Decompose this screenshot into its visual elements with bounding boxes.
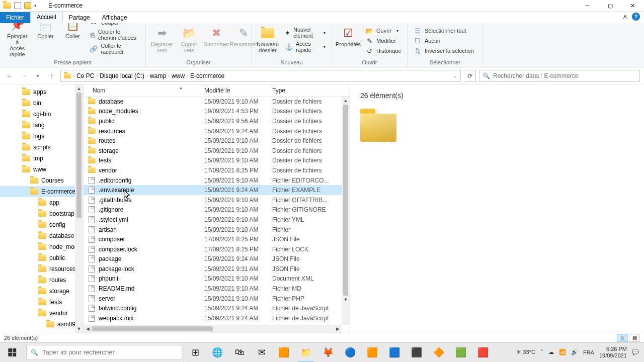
tab-share[interactable]: Partage (63, 12, 96, 23)
select-all-button[interactable]: ☰Sélectionner tout (412, 26, 476, 35)
collapse-ribbon-icon[interactable]: ᐱ (623, 14, 627, 20)
tree-scrollbar[interactable]: ▲ ▼ (75, 84, 83, 333)
list-hscrollbar[interactable]: ◀ ▶ (84, 325, 342, 333)
tree-item[interactable]: bootstrap (0, 208, 83, 219)
invert-selection-button[interactable]: ⇅Inverser la sélection (412, 46, 476, 55)
qat-dropdown-icon[interactable]: ▾ (34, 4, 36, 8)
taskbar-search-input[interactable] (42, 348, 178, 356)
taskbar-sublime[interactable]: 🟧 (361, 342, 383, 363)
crumb-4[interactable]: E-commerce (190, 72, 224, 79)
new-folder-button[interactable]: Nouveau dossier (256, 25, 280, 54)
file-row[interactable]: composer.lock17/09/2021 8:25 PMFichier L… (84, 244, 350, 254)
file-row[interactable]: package-lock15/09/2021 9:31 AMJSON File (84, 264, 350, 274)
column-type[interactable]: Type (272, 87, 333, 94)
pin-quickaccess-button[interactable]: 📌 Épingler à Accès rapide (4, 17, 30, 58)
taskbar-word[interactable]: 🟦 (383, 342, 406, 363)
tree-item[interactable]: www (0, 164, 83, 175)
properties-button[interactable]: ☑Propriétés (336, 25, 360, 48)
file-row[interactable]: database15/09/2021 9:10 AMDossier de fic… (84, 97, 350, 107)
file-row[interactable]: node_modules19/09/2021 4:53 PMDossier de… (84, 107, 350, 117)
tree-item[interactable]: routes (0, 275, 83, 286)
scroll-right-icon[interactable]: ▶ (334, 325, 342, 333)
taskbar-search[interactable]: 🔍 (26, 345, 182, 360)
tray-language[interactable]: FRA (583, 349, 594, 355)
tray-clock[interactable]: 6:26 PM 19/09/2021 (599, 346, 627, 358)
taskbar-app1[interactable]: 🔶 (428, 342, 450, 363)
nav-up-button[interactable]: ↑ (46, 70, 57, 81)
list-vscrollbar[interactable]: ▲ ▼ (342, 97, 350, 325)
refresh-button[interactable]: ⟳ (464, 70, 476, 82)
tree-item[interactable]: apps (0, 86, 83, 98)
address-dropdown-icon[interactable]: ⌄ (453, 73, 457, 78)
system-tray[interactable]: ☀ 33°C ˄ ☁ 📶 🔊 FRA 6:26 PM 19/09/2021 💬 (511, 346, 644, 358)
view-icons-button[interactable]: ▦ (629, 334, 640, 342)
taskbar-mail[interactable]: ✉ (251, 342, 273, 363)
file-row[interactable]: composer17/09/2021 8:25 PMJSON File (84, 234, 350, 244)
scroll-down-icon[interactable]: ▼ (75, 325, 83, 333)
taskbar-store[interactable]: 🛍 (228, 342, 251, 363)
tree-item[interactable]: lang (0, 120, 83, 131)
rename-button[interactable]: ✎Renommer (231, 25, 256, 48)
column-modified[interactable]: Modifié le (204, 87, 272, 94)
tray-onedrive-icon[interactable]: ☁ (548, 349, 554, 355)
tab-file[interactable]: Fichier (0, 12, 30, 23)
task-view-button[interactable]: ⊞ (184, 342, 206, 363)
tray-overflow-icon[interactable]: ˄ (540, 349, 543, 355)
tab-home[interactable]: Accueil (30, 11, 63, 23)
tree-item[interactable]: config (0, 219, 83, 230)
tree-item[interactable]: tests (0, 297, 83, 308)
nav-back-button[interactable]: ← (4, 70, 15, 81)
file-row[interactable]: public15/09/2021 9:56 AMDossier de fichi… (84, 116, 350, 126)
taskbar-terminal[interactable]: ⬛ (406, 342, 428, 363)
tab-view[interactable]: Affichage (96, 12, 133, 23)
file-row[interactable]: tests15/09/2021 9:10 AMDossier de fichie… (84, 156, 350, 166)
nav-recent-dropdown[interactable]: ▾ (32, 70, 43, 81)
qat-newfolder-icon[interactable] (24, 2, 31, 9)
tree-item[interactable]: cgi-bin (0, 109, 83, 120)
close-button[interactable]: ✕ (621, 0, 644, 12)
tree-item[interactable]: storage (0, 286, 83, 297)
edit-button[interactable]: ✎Modifier (363, 36, 404, 45)
search-box[interactable]: 🔍 (479, 70, 640, 82)
file-row[interactable]: package15/09/2021 9:24 AMJSON File (84, 254, 350, 264)
crumb-2[interactable]: wamp (150, 72, 166, 79)
tree-item[interactable]: bin (0, 98, 83, 109)
crumb-0[interactable]: Ce PC (76, 72, 94, 79)
easy-access-button[interactable]: ⚓Accès rapide▾ (283, 40, 328, 53)
tree-item[interactable]: logs (0, 131, 83, 142)
taskbar-edge[interactable]: 🌐 (206, 342, 228, 363)
tree-item[interactable]: public (0, 252, 83, 263)
file-row[interactable]: artisan15/09/2021 9:10 AMFichier (84, 225, 350, 235)
tree-item[interactable]: Courses (0, 175, 83, 186)
file-row[interactable]: .env.example15/09/2021 9:24 AMFichier EX… (84, 185, 350, 195)
new-item-button[interactable]: ✦Nouvel élément▾ (283, 26, 328, 39)
tray-network-icon[interactable]: 📶 (559, 349, 566, 355)
file-row[interactable]: storage15/09/2021 9:10 AMDossier de fich… (84, 146, 350, 156)
taskbar-explorer[interactable]: 📁 (295, 342, 317, 363)
copy-to-button[interactable]: 📂Copier vers (177, 25, 201, 54)
tree-item[interactable]: database (0, 230, 83, 241)
move-to-button[interactable]: ➡Déplacer vers (150, 25, 174, 54)
start-button[interactable] (0, 342, 24, 363)
scroll-thumb[interactable] (92, 326, 213, 331)
tray-notifications-icon[interactable]: 💬 (632, 349, 639, 355)
tree-item[interactable]: node_modules (0, 241, 83, 252)
crumb-3[interactable]: www (172, 72, 185, 79)
tree-item[interactable]: resources (0, 263, 83, 275)
help-icon[interactable]: ? (632, 13, 640, 21)
delete-button[interactable]: ✖Supprimer (204, 25, 228, 48)
scroll-down-icon[interactable]: ▼ (342, 296, 350, 304)
tree-item[interactable]: app (0, 197, 83, 208)
file-row[interactable]: .editorconfig15/09/2021 9:10 AMFichier E… (84, 175, 350, 186)
file-row[interactable]: vendor17/09/2021 8:25 PMDossier de fichi… (84, 165, 350, 175)
open-button[interactable]: 📂Ouvrir▾ (363, 26, 404, 35)
folder-tree[interactable]: appsbincgi-binlanglogsscriptstmpwwwCours… (0, 84, 84, 333)
qat-properties-icon[interactable] (14, 2, 21, 9)
tree-item[interactable]: tmp (0, 153, 83, 164)
tree-item[interactable]: vendor (0, 308, 83, 319)
column-name[interactable]: Nom▲ (84, 87, 204, 94)
weather-widget[interactable]: ☀ 33°C (516, 349, 535, 355)
file-row[interactable]: server15/09/2021 9:10 AMFichier PHP (84, 294, 350, 304)
tree-item[interactable]: asm89 (0, 319, 83, 330)
file-row[interactable]: .styleci.yml15/09/2021 9:10 AMFichier YM… (84, 215, 350, 225)
